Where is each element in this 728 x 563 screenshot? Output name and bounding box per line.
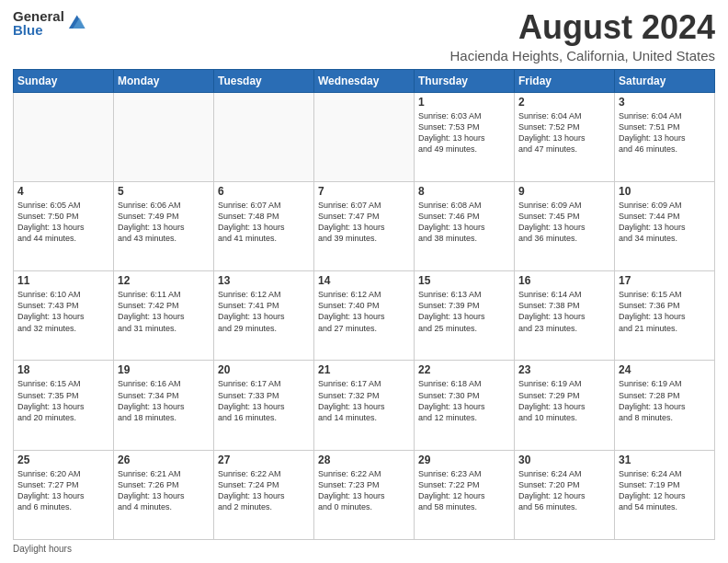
day-number: 13: [218, 274, 310, 287]
day-number: 3: [619, 96, 711, 109]
day-info: Sunrise: 6:03 AM Sunset: 7:53 PM Dayligh…: [418, 110, 510, 155]
weekday-header: Friday: [515, 69, 615, 92]
day-info: Sunrise: 6:20 AM Sunset: 7:27 PM Dayligh…: [17, 468, 109, 513]
day-number: 11: [17, 274, 109, 287]
day-info: Sunrise: 6:09 AM Sunset: 7:45 PM Dayligh…: [518, 200, 610, 245]
calendar-cell: 25Sunrise: 6:20 AM Sunset: 7:27 PM Dayli…: [14, 450, 114, 539]
day-number: 31: [619, 454, 711, 466]
day-number: 17: [619, 274, 711, 287]
day-info: Sunrise: 6:18 AM Sunset: 7:30 PM Dayligh…: [418, 378, 510, 423]
day-number: 5: [118, 185, 210, 198]
day-info: Sunrise: 6:13 AM Sunset: 7:39 PM Dayligh…: [418, 289, 510, 334]
calendar-cell: [114, 92, 214, 181]
day-number: 22: [418, 363, 510, 376]
logo-blue: Blue: [13, 23, 64, 37]
daylight-label: Daylight hours: [13, 544, 72, 554]
calendar-cell: 12Sunrise: 6:11 AM Sunset: 7:42 PM Dayli…: [114, 271, 214, 361]
title-block: August 2024 Hacienda Heights, California…: [450, 9, 716, 63]
day-number: 20: [218, 363, 310, 376]
day-info: Sunrise: 6:19 AM Sunset: 7:29 PM Dayligh…: [518, 378, 610, 423]
day-info: Sunrise: 6:04 AM Sunset: 7:52 PM Dayligh…: [518, 110, 610, 155]
day-number: 10: [619, 185, 711, 198]
day-info: Sunrise: 6:21 AM Sunset: 7:26 PM Dayligh…: [118, 468, 210, 513]
calendar-week-row: 11Sunrise: 6:10 AM Sunset: 7:43 PM Dayli…: [14, 271, 715, 361]
weekday-header: Thursday: [415, 69, 515, 92]
logo-general: General: [13, 9, 64, 23]
calendar-cell: 17Sunrise: 6:15 AM Sunset: 7:36 PM Dayli…: [615, 271, 715, 361]
day-info: Sunrise: 6:07 AM Sunset: 7:48 PM Dayligh…: [218, 200, 310, 245]
calendar-cell: 13Sunrise: 6:12 AM Sunset: 7:41 PM Dayli…: [214, 271, 314, 361]
day-info: Sunrise: 6:24 AM Sunset: 7:20 PM Dayligh…: [518, 468, 610, 513]
day-number: 7: [318, 185, 410, 198]
day-number: 27: [218, 454, 310, 466]
day-number: 18: [17, 363, 109, 376]
day-info: Sunrise: 6:22 AM Sunset: 7:24 PM Dayligh…: [218, 468, 310, 513]
day-number: 24: [619, 363, 711, 376]
calendar-cell: 24Sunrise: 6:19 AM Sunset: 7:28 PM Dayli…: [615, 361, 715, 450]
calendar-week-row: 1Sunrise: 6:03 AM Sunset: 7:53 PM Daylig…: [14, 92, 715, 181]
day-info: Sunrise: 6:15 AM Sunset: 7:36 PM Dayligh…: [619, 289, 711, 334]
calendar-cell: 4Sunrise: 6:05 AM Sunset: 7:50 PM Daylig…: [14, 181, 114, 270]
day-info: Sunrise: 6:12 AM Sunset: 7:41 PM Dayligh…: [218, 289, 310, 334]
day-number: 23: [518, 363, 610, 376]
day-number: 2: [518, 96, 610, 109]
day-number: 19: [118, 363, 210, 376]
day-info: Sunrise: 6:17 AM Sunset: 7:33 PM Dayligh…: [218, 378, 310, 423]
calendar-cell: 11Sunrise: 6:10 AM Sunset: 7:43 PM Dayli…: [14, 271, 114, 361]
weekday-header: Tuesday: [214, 69, 314, 92]
day-number: 30: [518, 454, 610, 466]
day-number: 29: [418, 454, 510, 466]
calendar-cell: 19Sunrise: 6:16 AM Sunset: 7:34 PM Dayli…: [114, 361, 214, 450]
day-info: Sunrise: 6:16 AM Sunset: 7:34 PM Dayligh…: [118, 378, 210, 423]
day-info: Sunrise: 6:04 AM Sunset: 7:51 PM Dayligh…: [619, 110, 711, 155]
calendar-cell: 26Sunrise: 6:21 AM Sunset: 7:26 PM Dayli…: [114, 450, 214, 539]
day-number: 21: [318, 363, 410, 376]
day-info: Sunrise: 6:07 AM Sunset: 7:47 PM Dayligh…: [318, 200, 410, 245]
calendar-cell: 5Sunrise: 6:06 AM Sunset: 7:49 PM Daylig…: [114, 181, 214, 270]
calendar-cell: 8Sunrise: 6:08 AM Sunset: 7:46 PM Daylig…: [415, 181, 515, 270]
calendar-cell: 15Sunrise: 6:13 AM Sunset: 7:39 PM Dayli…: [415, 271, 515, 361]
calendar-cell: 7Sunrise: 6:07 AM Sunset: 7:47 PM Daylig…: [314, 181, 415, 270]
day-number: 12: [118, 274, 210, 287]
calendar-cell: 28Sunrise: 6:22 AM Sunset: 7:23 PM Dayli…: [314, 450, 415, 539]
day-info: Sunrise: 6:19 AM Sunset: 7:28 PM Dayligh…: [619, 378, 711, 423]
day-info: Sunrise: 6:08 AM Sunset: 7:46 PM Dayligh…: [418, 200, 510, 245]
subtitle: Hacienda Heights, California, United Sta…: [450, 48, 716, 63]
day-number: 4: [17, 185, 109, 198]
weekday-header: Sunday: [14, 69, 114, 92]
day-number: 8: [418, 185, 510, 198]
calendar-cell: [214, 92, 314, 181]
calendar-cell: 10Sunrise: 6:09 AM Sunset: 7:44 PM Dayli…: [615, 181, 715, 270]
day-number: 6: [218, 185, 310, 198]
calendar-cell: 9Sunrise: 6:09 AM Sunset: 7:45 PM Daylig…: [515, 181, 615, 270]
calendar-week-row: 4Sunrise: 6:05 AM Sunset: 7:50 PM Daylig…: [14, 181, 715, 270]
calendar-cell: 23Sunrise: 6:19 AM Sunset: 7:29 PM Dayli…: [515, 361, 615, 450]
day-number: 16: [518, 274, 610, 287]
day-info: Sunrise: 6:15 AM Sunset: 7:35 PM Dayligh…: [17, 378, 109, 423]
header: General Blue August 2024 Hacienda Height…: [13, 9, 715, 63]
calendar-cell: 16Sunrise: 6:14 AM Sunset: 7:38 PM Dayli…: [515, 271, 615, 361]
day-info: Sunrise: 6:14 AM Sunset: 7:38 PM Dayligh…: [518, 289, 610, 334]
day-number: 1: [418, 96, 510, 109]
calendar-cell: 18Sunrise: 6:15 AM Sunset: 7:35 PM Dayli…: [14, 361, 114, 450]
calendar-cell: 31Sunrise: 6:24 AM Sunset: 7:19 PM Dayli…: [615, 450, 715, 539]
day-info: Sunrise: 6:06 AM Sunset: 7:49 PM Dayligh…: [118, 200, 210, 245]
weekday-header-row: SundayMondayTuesdayWednesdayThursdayFrid…: [14, 69, 715, 92]
calendar-cell: 30Sunrise: 6:24 AM Sunset: 7:20 PM Dayli…: [515, 450, 615, 539]
calendar-cell: 6Sunrise: 6:07 AM Sunset: 7:48 PM Daylig…: [214, 181, 314, 270]
calendar-cell: 2Sunrise: 6:04 AM Sunset: 7:52 PM Daylig…: [515, 92, 615, 181]
logo: General Blue: [13, 9, 86, 37]
day-info: Sunrise: 6:10 AM Sunset: 7:43 PM Dayligh…: [17, 289, 109, 334]
page: General Blue August 2024 Hacienda Height…: [0, 0, 728, 563]
weekday-header: Monday: [114, 69, 214, 92]
calendar-cell: 22Sunrise: 6:18 AM Sunset: 7:30 PM Dayli…: [415, 361, 515, 450]
legend: Daylight hours: [13, 544, 715, 554]
day-info: Sunrise: 6:22 AM Sunset: 7:23 PM Dayligh…: [318, 468, 410, 513]
day-number: 15: [418, 274, 510, 287]
calendar-cell: 27Sunrise: 6:22 AM Sunset: 7:24 PM Dayli…: [214, 450, 314, 539]
day-info: Sunrise: 6:05 AM Sunset: 7:50 PM Dayligh…: [17, 200, 109, 245]
calendar-cell: 3Sunrise: 6:04 AM Sunset: 7:51 PM Daylig…: [615, 92, 715, 181]
weekday-header: Wednesday: [314, 69, 415, 92]
day-number: 9: [518, 185, 610, 198]
calendar-cell: 21Sunrise: 6:17 AM Sunset: 7:32 PM Dayli…: [314, 361, 415, 450]
